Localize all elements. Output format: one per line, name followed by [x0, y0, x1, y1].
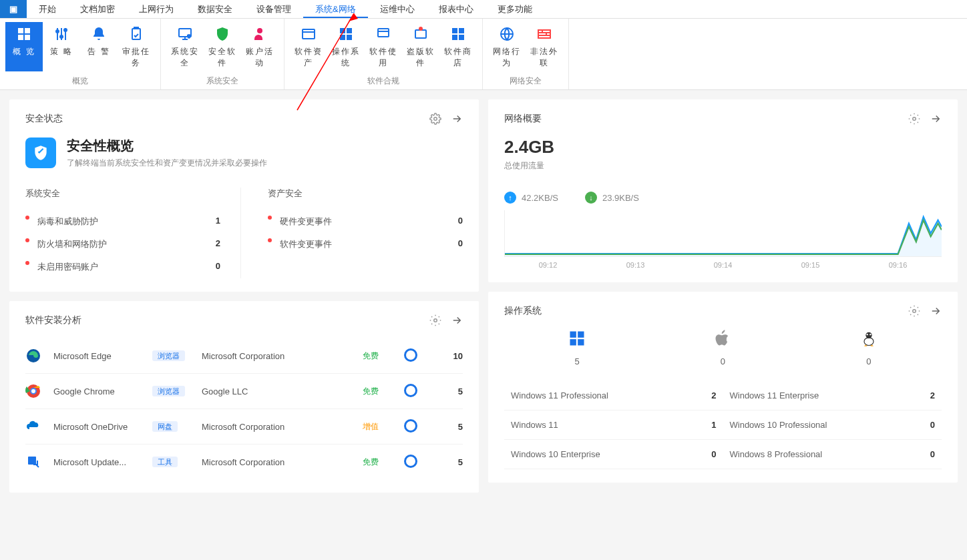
svg-rect-1 [25, 28, 30, 33]
os-list-row[interactable]: Windows 10 Professional0 [723, 410, 942, 440]
asset-security-heading: 资产安全 [268, 188, 463, 200]
svg-point-48 [864, 338, 874, 346]
software-cost: 免费 [363, 457, 379, 467]
progress-ring-icon [404, 455, 431, 470]
menu-item-1[interactable]: 文档加密 [68, 0, 127, 18]
status-dot-icon [25, 261, 29, 265]
software-vendor: Microsoft Corporation [202, 457, 351, 467]
os-platform-linux[interactable]: 0 [859, 329, 878, 366]
ribbon-app[interactable]: 软件使用 [365, 22, 402, 71]
svg-point-49 [865, 332, 872, 338]
svg-rect-44 [570, 332, 576, 338]
arrow-right-icon[interactable] [451, 113, 463, 125]
sliders-icon [44, 25, 79, 43]
security-row[interactable]: 软件变更事件0 [268, 233, 463, 256]
os-platform-apple[interactable]: 0 [713, 329, 732, 366]
arrow-right-icon[interactable] [930, 305, 942, 317]
svg-rect-2 [18, 35, 23, 40]
os-list-row[interactable]: Windows 11 Enterprise2 [723, 381, 942, 410]
menu-item-5[interactable]: 系统&网络 [303, 0, 368, 18]
software-cost: 免费 [363, 386, 379, 396]
chart-tick: 09:16 [889, 261, 908, 269]
security-row[interactable]: 硬件变更事件0 [268, 210, 463, 233]
globe-icon [490, 25, 524, 43]
svg-rect-28 [538, 30, 550, 38]
window-icon [291, 25, 326, 43]
os-platform-windows[interactable]: 5 [568, 329, 586, 366]
chart-tick: 09:15 [801, 261, 820, 269]
os-name: Windows 11 Enterprise [730, 390, 819, 400]
gear-icon[interactable] [908, 305, 920, 317]
ribbon-sliders[interactable]: 策 略 [43, 22, 80, 71]
ribbon-monitor-shield[interactable]: 系统安全 [166, 22, 204, 71]
card-title: 软件安装分析 [25, 314, 81, 326]
svg-point-36 [434, 319, 437, 322]
os-name: Windows 11 [511, 420, 558, 430]
ribbon-win[interactable]: 操作系统 [327, 22, 365, 71]
ribbon-grid[interactable]: 概 览 [5, 22, 43, 71]
software-vendor: Microsoft Corporation [202, 351, 351, 361]
os-count: 2 [930, 390, 935, 400]
svg-rect-15 [340, 28, 345, 33]
software-vendor: Google LLC [202, 386, 351, 396]
menu-item-7[interactable]: 报表中心 [427, 0, 486, 18]
menu-item-8[interactable]: 更多功能 [486, 0, 544, 18]
shield-icon [205, 25, 240, 43]
ribbon-user[interactable]: 账户活动 [241, 22, 278, 71]
ribbon-firewall[interactable]: 非法外联 [526, 22, 563, 71]
security-row[interactable]: 未启用密码账户0 [25, 256, 220, 278]
menu-item-3[interactable]: 数据安全 [186, 0, 244, 18]
gear-icon[interactable] [908, 113, 920, 125]
os-list-row[interactable]: Windows 8 Professional0 [723, 440, 942, 469]
ribbon-store[interactable]: 软件商店 [439, 22, 477, 71]
software-name: Microsoft Edge [53, 351, 140, 361]
ribbon-window[interactable]: 软件资产 [290, 22, 327, 71]
bell-icon [81, 25, 116, 43]
os-count: 0 [930, 449, 935, 459]
os-list-row[interactable]: Windows 111 [504, 410, 723, 440]
arrow-right-icon[interactable] [930, 113, 942, 125]
shield-icon [25, 137, 56, 168]
software-row[interactable]: Google Chrome浏览器Google LLC免费5 [25, 374, 463, 409]
ribbon-globe[interactable]: 网络行为 [488, 22, 526, 71]
os-name: Windows 11 Professional [511, 390, 608, 400]
svg-rect-26 [459, 35, 464, 40]
software-count: 5 [443, 457, 463, 467]
security-row[interactable]: 病毒和威胁防护1 [25, 210, 220, 233]
card-title: 操作系统 [504, 305, 542, 317]
onedrive-icon [25, 418, 41, 435]
menu-item-2[interactable]: 上网行为 [127, 0, 186, 18]
software-row[interactable]: Microsoft Edge浏览器Microsoft Corporation免费… [25, 338, 463, 374]
svg-point-35 [434, 117, 437, 121]
menu-item-0[interactable]: 开始 [27, 0, 68, 18]
svg-rect-10 [132, 29, 140, 39]
operating-system-card: 操作系统 500 Windows 11 Professional2Windows… [488, 292, 958, 483]
ribbon-toolbar: 概 览策 略告 警审批任务概览系统安全安全软件账户活动系统安全软件资产操作系统软… [0, 19, 967, 90]
software-vendor: Microsoft Corporation [202, 422, 351, 432]
gear-icon[interactable] [429, 314, 441, 326]
arrow-right-icon[interactable] [451, 314, 463, 326]
gear-icon[interactable] [429, 113, 441, 125]
windows-icon [568, 329, 586, 350]
svg-rect-18 [347, 35, 352, 40]
ribbon-clipboard[interactable]: 审批任务 [118, 22, 155, 71]
os-list-row[interactable]: Windows 11 Professional2 [504, 381, 723, 410]
software-row[interactable]: Microsoft OneDrive网盘Microsoft Corporatio… [25, 409, 463, 445]
svg-rect-16 [347, 28, 352, 33]
security-row[interactable]: 防火墙和网络防护2 [25, 233, 220, 256]
top-menu-bar: ▣ 开始文档加密上网行为数据安全设备管理系统&网络运维中心报表中心更多功能 [0, 0, 967, 19]
svg-point-50 [866, 334, 867, 335]
svg-rect-24 [459, 28, 464, 33]
menu-item-6[interactable]: 运维中心 [368, 0, 427, 18]
svg-rect-13 [303, 29, 315, 39]
network-overview-card: 网络概要 2.4GB 总使用流量 ↑42.2KB/S ↓23.9KB/S 09: [488, 99, 958, 282]
ribbon-warn[interactable]: 盗版软件 [402, 22, 439, 71]
os-count: 1 [711, 420, 716, 430]
menu-item-4[interactable]: 设备管理 [244, 0, 303, 18]
ribbon-shield[interactable]: 安全软件 [204, 22, 241, 71]
ribbon-bell[interactable]: 告 警 [80, 22, 118, 71]
software-row[interactable]: Microsoft Update...工具Microsoft Corporati… [25, 445, 463, 479]
os-list-row[interactable]: Windows 10 Enterprise0 [504, 440, 723, 469]
status-dot-icon [268, 216, 272, 220]
upload-icon: ↑ [504, 192, 516, 204]
